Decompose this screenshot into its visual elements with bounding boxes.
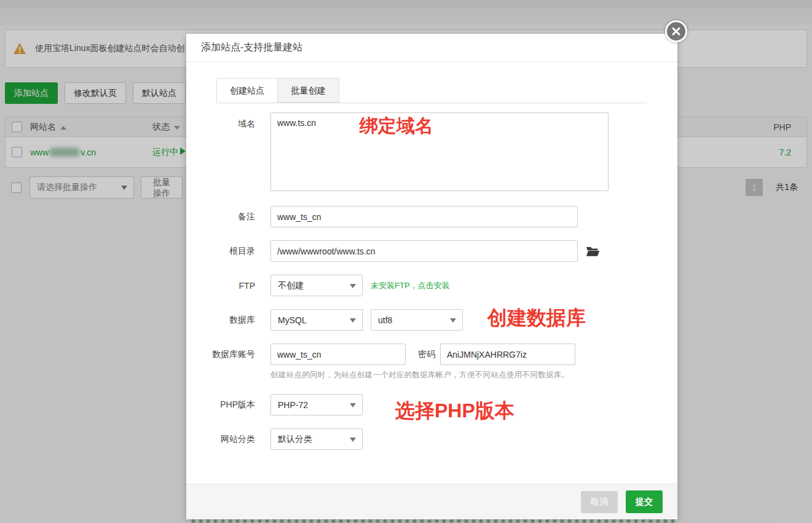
- database-charset-value: utf8: [378, 315, 392, 325]
- form-row-domain: 域名 www.ts.cn: [186, 112, 677, 191]
- database-charset-select[interactable]: utf8: [371, 309, 463, 331]
- root-directory-input[interactable]: [270, 240, 578, 262]
- tab-batch-create[interactable]: 批量创建: [278, 78, 339, 103]
- site-category-label: 网站分类: [186, 434, 270, 445]
- chevron-down-icon: [350, 438, 356, 442]
- site-category-select[interactable]: 默认分类: [270, 428, 363, 450]
- ftp-label: FTP: [186, 281, 270, 291]
- modal-header: 添加站点-支持批量建站: [186, 34, 677, 62]
- domain-textarea[interactable]: www.ts.cn: [270, 112, 609, 191]
- php-version-select[interactable]: PHP-72: [270, 394, 363, 415]
- db-password-label: 密码: [418, 349, 435, 360]
- ftp-select[interactable]: 不创建: [270, 275, 363, 296]
- form-row-database: 数据库 MySQL utf8: [186, 309, 677, 331]
- remark-input[interactable]: [270, 206, 578, 227]
- tab-create-site[interactable]: 创建站点: [216, 78, 278, 103]
- database-label: 数据库: [186, 315, 270, 326]
- form-row-php: PHP版本 PHP-72: [186, 394, 677, 415]
- form-row-remark: 备注: [186, 206, 677, 227]
- form-row-category: 网站分类 默认分类: [186, 428, 677, 450]
- ftp-select-value: 不创建: [278, 280, 304, 291]
- modal-title: 添加站点-支持批量建站: [201, 41, 302, 54]
- screen: 使用宝塔Linux面板创建站点时会自动创 添加站点 修改默认页 默认站点 网站名…: [0, 0, 812, 523]
- db-account-label: 数据库账号: [186, 349, 270, 360]
- chevron-down-icon: [350, 318, 356, 323]
- form-row-db-hint: 创建站点的同时，为站点创建一个对应的数据库帐户，方便不同站点使用不同数据库。: [186, 370, 677, 380]
- close-button[interactable]: [665, 20, 687, 42]
- chevron-down-icon: [450, 318, 456, 323]
- db-account-input[interactable]: [270, 344, 406, 365]
- php-version-label: PHP版本: [186, 399, 270, 411]
- php-version-value: PHP-72: [278, 400, 308, 410]
- database-engine-value: MySQL: [278, 315, 307, 325]
- db-hint-text: 创建站点的同时，为站点创建一个对应的数据库帐户，方便不同站点使用不同数据库。: [270, 370, 569, 380]
- modal-tabs: 创建站点 批量创建: [216, 78, 647, 103]
- remark-label: 备注: [186, 211, 270, 222]
- root-label: 根目录: [186, 246, 270, 257]
- modal-footer: 取消 提交: [186, 484, 677, 519]
- add-site-form: 域名 www.ts.cn 备注 根目录 FTP: [186, 112, 677, 450]
- add-site-modal: 添加站点-支持批量建站 创建站点 批量创建 域名 www.ts.cn 备注 根目…: [186, 34, 677, 519]
- form-row-ftp: FTP 不创建 未安装FTP，点击安装: [186, 275, 677, 296]
- chevron-down-icon: [350, 284, 356, 288]
- db-password-input[interactable]: [440, 344, 575, 365]
- folder-browse-icon[interactable]: [586, 245, 599, 257]
- submit-button[interactable]: 提交: [626, 490, 663, 513]
- form-row-root: 根目录: [186, 240, 677, 262]
- chevron-down-icon: [350, 403, 356, 407]
- form-row-db-account: 数据库账号 密码: [186, 344, 677, 365]
- database-engine-select[interactable]: MySQL: [270, 309, 363, 331]
- ftp-install-link[interactable]: 未安装FTP，点击安装: [371, 280, 450, 291]
- site-category-value: 默认分类: [278, 434, 312, 445]
- close-icon: [671, 26, 682, 37]
- cancel-button[interactable]: 取消: [581, 491, 618, 513]
- domain-label: 域名: [186, 112, 270, 130]
